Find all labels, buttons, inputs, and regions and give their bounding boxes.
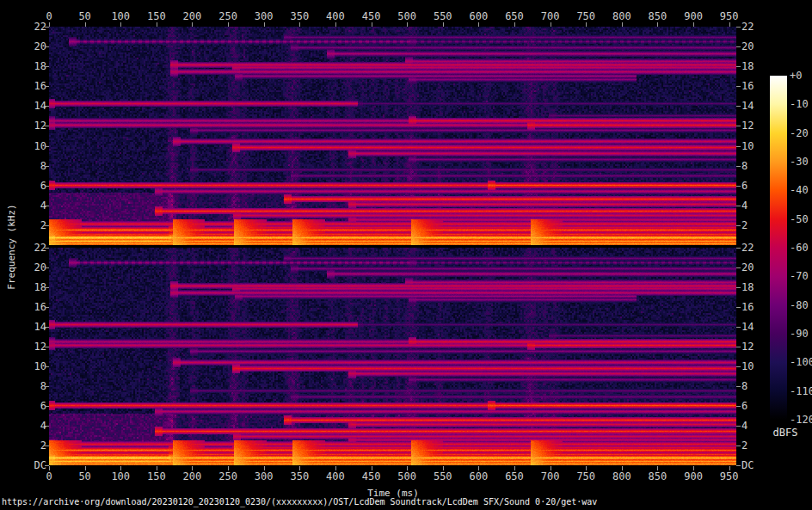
freq-tick-right — [736, 307, 741, 308]
freq-tick-left — [45, 186, 49, 187]
freq-tick-right — [736, 406, 741, 407]
freq-tick-right — [736, 465, 741, 466]
freq-tick-left — [45, 106, 49, 107]
time-tick-top — [49, 22, 50, 27]
time-tick-top — [729, 22, 730, 27]
time-tick-top — [228, 22, 229, 27]
time-tick-bottom — [551, 466, 551, 470]
freq-tick-label-right: 8 — [741, 160, 747, 172]
time-tick-bottom — [693, 466, 694, 470]
time-tick-bottom — [335, 466, 336, 470]
colorbar-tick-label: -120 — [790, 414, 812, 426]
freq-tick-left — [45, 206, 49, 206]
time-tick-bottom — [299, 466, 300, 470]
freq-tick-label-right: 4 — [741, 200, 747, 212]
time-tick-top — [157, 22, 157, 27]
freq-tick-label-right: 2 — [741, 439, 747, 452]
colorbar-tick-label: -70 — [790, 270, 809, 282]
time-tick-bottom — [120, 466, 121, 470]
freq-tick-left — [45, 225, 49, 226]
freq-tick-label-right: 20 — [741, 40, 754, 52]
time-tick-bottom — [372, 466, 372, 470]
freq-tick-right — [736, 445, 741, 446]
time-tick-top — [372, 22, 372, 27]
time-tick-top — [299, 22, 300, 27]
freq-tick-right — [736, 267, 741, 268]
freq-tick-left — [45, 287, 49, 288]
freq-tick-label-right: 10 — [741, 360, 754, 372]
freq-tick-right — [736, 86, 741, 87]
freq-tick-label-right: 22 — [741, 21, 754, 33]
time-tick-label-top: 600 — [470, 10, 489, 22]
freq-tick-label-right: 10 — [741, 140, 754, 152]
freq-tick-label-right: 16 — [741, 301, 754, 313]
time-tick-bottom — [228, 466, 229, 470]
colorbar-tick-label: +0 — [790, 70, 802, 82]
freq-tick-right — [736, 126, 741, 126]
freq-tick-label-right: 6 — [741, 180, 747, 192]
freq-tick-right — [736, 347, 741, 347]
freq-tick-left — [45, 347, 49, 347]
time-tick-label-top: 0 — [46, 10, 52, 22]
colorbar-gradient — [770, 76, 787, 420]
freq-tick-label-right: 4 — [741, 420, 747, 432]
time-tick-label-bottom: 350 — [290, 470, 309, 482]
freq-tick-left — [45, 426, 49, 427]
time-tick-label-bottom: 150 — [147, 470, 166, 482]
time-tick-label-bottom: 400 — [326, 470, 345, 482]
time-tick-label-top: 850 — [649, 10, 667, 22]
time-tick-top — [514, 22, 515, 27]
time-tick-bottom — [622, 466, 623, 470]
time-tick-bottom — [443, 466, 444, 470]
time-tick-bottom — [514, 466, 515, 470]
time-tick-label-top: 250 — [218, 10, 237, 22]
time-tick-top — [657, 22, 658, 27]
frequency-axis-title: Frequency (kHz) — [6, 204, 17, 289]
freq-tick-left — [45, 327, 49, 328]
colorbar-tick-label: -60 — [790, 242, 809, 254]
freq-tick-right — [736, 426, 741, 427]
freq-tick-label-right: 14 — [741, 321, 754, 333]
time-tick-bottom — [49, 466, 50, 470]
colorbar-tick-label: -40 — [790, 184, 809, 196]
freq-tick-label-right: 8 — [741, 380, 747, 392]
spectrogram-canvas-channel-2 — [49, 248, 736, 465]
freq-tick-left — [45, 386, 49, 387]
time-tick-label-bottom: 100 — [111, 470, 130, 482]
freq-tick-right — [736, 27, 741, 28]
freq-tick-left — [45, 46, 49, 47]
time-tick-label-top: 950 — [720, 10, 739, 22]
freq-tick-label-right: 22 — [741, 242, 754, 254]
freq-tick-right — [736, 366, 741, 367]
freq-tick-right — [736, 248, 741, 249]
freq-tick-right — [736, 186, 741, 187]
time-tick-label-top: 150 — [147, 10, 166, 22]
freq-tick-label-right: 14 — [741, 100, 754, 112]
time-tick-label-bottom: 0 — [46, 470, 52, 482]
time-tick-label-top: 500 — [397, 10, 416, 22]
time-tick-bottom — [157, 466, 157, 470]
time-tick-label-bottom: 950 — [720, 470, 739, 482]
time-tick-label-top: 400 — [326, 10, 345, 22]
time-tick-bottom — [478, 466, 479, 470]
spectrogram-window: Frequency (kHz) Time (ms) dBFS https://a… — [0, 0, 812, 510]
time-tick-top — [120, 22, 121, 27]
time-tick-bottom — [657, 466, 658, 470]
time-tick-top — [192, 22, 193, 27]
time-tick-top — [478, 22, 479, 27]
time-tick-label-bottom: 250 — [218, 470, 237, 482]
freq-tick-right — [736, 166, 741, 167]
colorbar-tick-label: -100 — [790, 356, 812, 368]
time-tick-top — [335, 22, 336, 27]
time-tick-label-bottom: 700 — [541, 470, 560, 482]
spectrogram-canvas-channel-1 — [49, 27, 736, 245]
time-tick-label-bottom: 650 — [505, 470, 524, 482]
freq-tick-right — [736, 386, 741, 387]
time-tick-label-top: 450 — [362, 10, 381, 22]
time-tick-label-bottom: 750 — [576, 470, 595, 482]
time-tick-bottom — [264, 466, 265, 470]
freq-tick-left — [45, 27, 49, 28]
time-tick-label-top: 700 — [541, 10, 560, 22]
time-tick-bottom — [85, 466, 86, 470]
colorbar-tick-label: -50 — [790, 213, 809, 225]
